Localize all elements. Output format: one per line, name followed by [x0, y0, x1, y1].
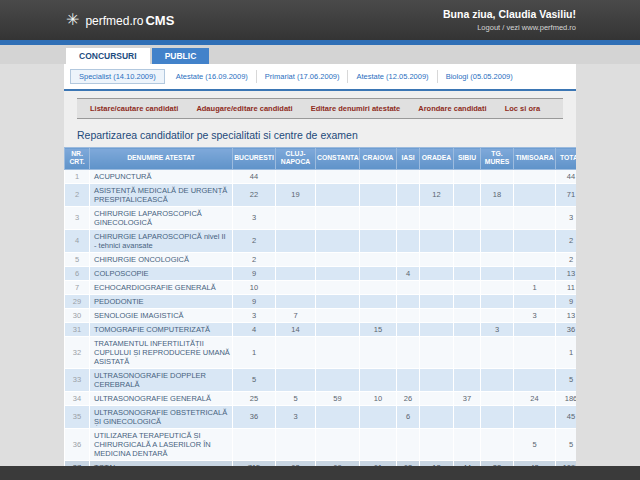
- subnav-link-atestate-16-09-2009[interactable]: Atestate (16.09.2009): [168, 70, 257, 83]
- value-cell-tg-mures: [481, 308, 514, 322]
- subnav-link-atestate-12-05-2009[interactable]: Atestate (12.05.2009): [348, 70, 437, 83]
- logo-text-main: perfmed.ro: [85, 14, 143, 28]
- value-cell-tg-mures: [481, 294, 514, 308]
- value-cell-bucuresti: 25: [233, 391, 276, 405]
- value-cell-bucuresti: 44: [233, 169, 276, 183]
- value-cell-craiova: [360, 266, 397, 280]
- table-row: 34ULTRASONOGRAFIE GENERALĂ25559102637241…: [65, 391, 577, 405]
- value-cell-timisoara: 24: [514, 391, 556, 405]
- value-cell-cluj-napoca: [276, 294, 316, 308]
- value-cell-oradea: [420, 368, 454, 391]
- value-cell-bucuresti: 4: [233, 322, 276, 336]
- row-total-cell: 5: [556, 428, 577, 460]
- value-cell-bucuresti: 36: [233, 405, 276, 428]
- value-cell-sibiu: [454, 229, 481, 252]
- logo-text: perfmed.roCMS: [85, 13, 174, 28]
- value-cell-bucuresti: 1: [233, 336, 276, 368]
- value-cell-constanta: [316, 336, 360, 368]
- user-area: Buna ziua, Claudia Vasiliu! Logout / vez…: [443, 8, 576, 32]
- nr-crt-cell: 34: [65, 391, 90, 405]
- value-cell-sibiu: [454, 280, 481, 294]
- value-cell-cluj-napoca: [276, 280, 316, 294]
- row-total-cell: 186: [556, 391, 577, 405]
- row-total-cell: 11: [556, 280, 577, 294]
- table-row: 7ECHOCARDIOGRAFIE GENERALĂ10111: [65, 280, 577, 294]
- row-total-cell: 2: [556, 252, 577, 266]
- tab-concursuri[interactable]: CONCURSURI: [66, 48, 150, 65]
- value-cell-constanta: [316, 308, 360, 322]
- value-cell-tg-mures: [481, 229, 514, 252]
- value-cell-tg-mures: [481, 368, 514, 391]
- value-cell-oradea: [420, 428, 454, 460]
- value-cell-sibiu: [454, 294, 481, 308]
- value-cell-oradea: [420, 229, 454, 252]
- subnav: Specialist (14.10.2009)Atestate (16.09.2…: [64, 64, 576, 91]
- column-header-oradea: ORADEA: [420, 148, 454, 170]
- table-body: 1ACUPUNCTURĂ44442ASISTENȚĂ MEDICALĂ DE U…: [65, 169, 577, 466]
- atestat-name-cell: ECHOCARDIOGRAFIE GENERALĂ: [90, 280, 233, 294]
- value-cell-sibiu: [454, 266, 481, 280]
- value-cell-timisoara: 5: [514, 428, 556, 460]
- value-cell-craiova: [360, 336, 397, 368]
- column-header-tg-mures: TG. MURES: [481, 148, 514, 170]
- table-row: 3CHIRURGIE LAPAROSCOPICĂ GINECOLOGICĂ33: [65, 206, 577, 229]
- value-cell-craiova: [360, 252, 397, 266]
- row-total-cell: 71: [556, 183, 577, 206]
- table-row: 35ULTRASONOGRAFIE OBSTETRICALĂ ȘI GINECO…: [65, 405, 577, 428]
- table-row: 30SENOLOGIE IMAGISTICĂ37313: [65, 308, 577, 322]
- logout-link[interactable]: Logout / vezi www.perfmed.ro: [443, 23, 576, 32]
- column-header-constanta: CONSTANTA: [316, 148, 360, 170]
- row-total-cell: 5: [556, 368, 577, 391]
- value-cell-cluj-napoca: [276, 368, 316, 391]
- menu-bar: Listare/cautare candidatiAdaugare/editar…: [77, 98, 563, 119]
- menu-link-adaugare-editare-candidati[interactable]: Adaugare/editare candidati: [187, 104, 301, 113]
- menu-link-arondare-candidati[interactable]: Arondare candidati: [409, 104, 495, 113]
- nr-crt-cell: 30: [65, 308, 90, 322]
- value-cell-oradea: [420, 206, 454, 229]
- value-cell-bucuresti: 2: [233, 229, 276, 252]
- subnav-link-biologi-05-05-2009[interactable]: Biologi (05.05.2009): [438, 70, 521, 83]
- value-cell-craiova: [360, 294, 397, 308]
- logo[interactable]: ✳ perfmed.roCMS: [66, 12, 174, 28]
- footer: [0, 466, 640, 480]
- value-cell-craiova: [360, 308, 397, 322]
- value-cell-tg-mures: [481, 206, 514, 229]
- value-cell-iasi: [397, 308, 420, 322]
- column-header-timisoara: TIMISOARA: [514, 148, 556, 170]
- table-row: 31TOMOGRAFIE COMPUTERIZATĂ41415336: [65, 322, 577, 336]
- nr-crt-cell: 5: [65, 252, 90, 266]
- value-cell-iasi: [397, 428, 420, 460]
- nr-crt-cell: 7: [65, 280, 90, 294]
- value-cell-oradea: [420, 405, 454, 428]
- value-cell-craiova: [360, 206, 397, 229]
- table-header-row: NR. CRT.DENUMIRE ATESTATBUCURESTICLUJ-NA…: [65, 148, 577, 170]
- value-cell-timisoara: [514, 266, 556, 280]
- nr-crt-cell: 29: [65, 294, 90, 308]
- nr-crt-cell: 2: [65, 183, 90, 206]
- value-cell-sibiu: [454, 336, 481, 368]
- menu-link-loc-si-ora[interactable]: Loc si ora: [496, 104, 549, 113]
- value-cell-iasi: [397, 169, 420, 183]
- value-cell-constanta: [316, 229, 360, 252]
- menu-link-listare-cautare-candidati[interactable]: Listare/cautare candidati: [81, 104, 187, 113]
- nr-crt-cell: 35: [65, 405, 90, 428]
- value-cell-bucuresti: 9: [233, 266, 276, 280]
- value-cell-oradea: [420, 308, 454, 322]
- subnav-link-primariat-17-06-2009[interactable]: Primariat (17.06.2009): [257, 70, 349, 83]
- table-row: 36UTILIZAREA TERAPEUTICĂ ȘI CHIRURGICALĂ…: [65, 428, 577, 460]
- atestat-name-cell: COLPOSCOPIE: [90, 266, 233, 280]
- subnav-link-specialist-14-10-2009[interactable]: Specialist (14.10.2009): [70, 69, 165, 84]
- value-cell-cluj-napoca: [276, 206, 316, 229]
- menu-link-editare-denumiri-atestate[interactable]: Editare denumiri atestate: [302, 104, 410, 113]
- atestat-name-cell: ASISTENȚĂ MEDICALĂ DE URGENȚĂ PRESPITALI…: [90, 183, 233, 206]
- row-total-cell: 36: [556, 322, 577, 336]
- row-total-cell: 3: [556, 206, 577, 229]
- value-cell-cluj-napoca: 14: [276, 322, 316, 336]
- value-cell-bucuresti: 10: [233, 280, 276, 294]
- table-row: 1ACUPUNCTURĂ4444: [65, 169, 577, 183]
- value-cell-oradea: [420, 266, 454, 280]
- value-cell-timisoara: [514, 229, 556, 252]
- atestat-name-cell: ULTRASONOGRAFIE DOPPLER CEREBRALĂ: [90, 368, 233, 391]
- table-row: 33ULTRASONOGRAFIE DOPPLER CEREBRALĂ55: [65, 368, 577, 391]
- tab-public[interactable]: PUBLIC: [152, 48, 210, 65]
